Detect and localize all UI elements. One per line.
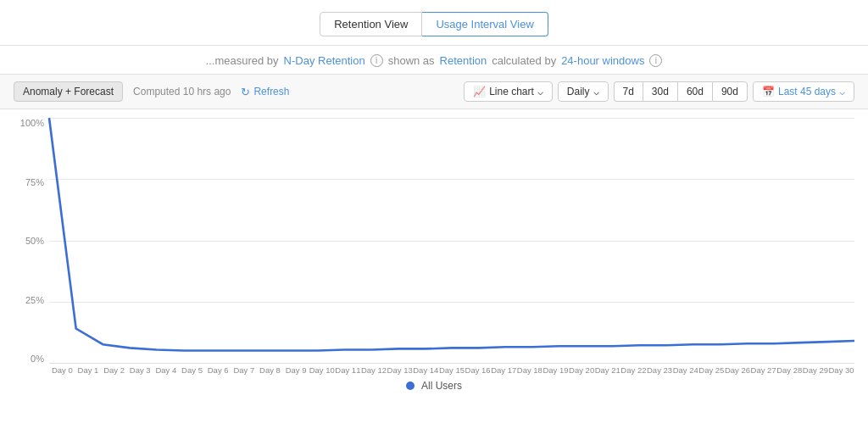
tab-retention-view[interactable]: Retention View — [320, 12, 422, 36]
x-label-day15: Day 15 — [439, 365, 465, 375]
x-label-day25: Day 25 — [698, 365, 725, 375]
x-label-day2: Day 2 — [101, 365, 127, 375]
toolbar-right: 📈 Line chart ⌵ Daily ⌵ 7d 30d 60d 90d 📅 … — [464, 81, 854, 102]
computed-time-text: Computed 10 hrs ago — [133, 86, 231, 98]
period-30d-button[interactable]: 30d — [643, 81, 677, 102]
x-label-day16: Day 16 — [465, 365, 491, 375]
x-label-day9: Day 9 — [283, 365, 309, 375]
period-90d-button[interactable]: 90d — [712, 81, 748, 102]
y-label-50: 50% — [25, 236, 44, 246]
y-label-25: 25% — [25, 295, 44, 305]
x-label-day3: Day 3 — [127, 365, 153, 375]
x-label-day1: Day 1 — [75, 365, 102, 375]
x-label-day4: Day 4 — [153, 365, 180, 375]
x-label-day7: Day 7 — [231, 365, 257, 375]
x-label-day23: Day 23 — [647, 365, 673, 375]
refresh-label: Refresh — [253, 86, 289, 98]
x-label-day21: Day 21 — [594, 365, 620, 375]
windows-link[interactable]: 24-hour windows — [561, 54, 644, 67]
x-label-day14: Day 14 — [413, 365, 439, 375]
daily-chevron: ⌵ — [593, 86, 599, 98]
x-label-day28: Day 28 — [776, 365, 803, 375]
x-label-day19: Day 19 — [542, 365, 569, 375]
chart-line-icon: 📈 — [473, 86, 486, 98]
n-day-retention-link[interactable]: N-Day Retention — [284, 54, 365, 67]
calendar-icon: 📅 — [762, 86, 775, 98]
x-label-day10: Day 10 — [309, 365, 335, 375]
x-label-day11: Day 11 — [335, 365, 361, 375]
x-label-day29: Day 29 — [803, 365, 829, 375]
y-label-100: 100% — [20, 118, 44, 128]
windows-info-icon[interactable]: i — [649, 54, 662, 67]
n-day-info-icon[interactable]: i — [370, 54, 383, 67]
period-button-group: 7d 30d 60d 90d — [614, 81, 748, 102]
x-label-day12: Day 12 — [361, 365, 387, 375]
chart-type-label: Line chart — [489, 86, 534, 98]
legend-label-all-users: All Users — [421, 380, 462, 392]
legend-dot-all-users — [406, 382, 415, 390]
x-label-day20: Day 20 — [569, 365, 595, 375]
anomaly-forecast-badge: Anomaly + Forecast — [14, 81, 123, 102]
chart-toolbar: Anomaly + Forecast Computed 10 hrs ago ↻… — [0, 74, 868, 109]
x-axis: Day 0 Day 1 Day 2 Day 3 Day 4 Day 5 Day … — [0, 364, 868, 375]
period-60d-button[interactable]: 60d — [677, 81, 712, 102]
daily-label: Daily — [567, 86, 590, 98]
chart-plot-area — [49, 118, 854, 364]
x-label-day24: Day 24 — [672, 365, 698, 375]
calculated-by-label: calculated by — [492, 54, 556, 67]
x-label-day17: Day 17 — [491, 365, 517, 375]
subtitle-bar: ...measured by N-Day Retention i shown a… — [0, 46, 868, 74]
date-range-chevron: ⌵ — [839, 86, 845, 98]
date-range-label: Last 45 days — [778, 86, 836, 98]
y-axis: 100% 75% 50% 25% 0% — [14, 118, 49, 364]
chart-legend: All Users — [0, 375, 868, 400]
chart-type-chevron: ⌵ — [537, 86, 543, 98]
x-label-day5: Day 5 — [179, 365, 205, 375]
refresh-icon: ↻ — [241, 86, 250, 98]
period-7d-button[interactable]: 7d — [614, 81, 643, 102]
y-label-0: 0% — [31, 354, 44, 364]
x-label-day6: Day 6 — [205, 365, 231, 375]
x-label-day0: Day 0 — [49, 365, 75, 375]
tab-usage-interval-view[interactable]: Usage Interval View — [422, 12, 548, 36]
x-label-day13: Day 13 — [387, 365, 413, 375]
daily-period-button[interactable]: Daily ⌵ — [558, 81, 609, 102]
y-label-75: 75% — [25, 177, 44, 187]
x-label-day26: Day 26 — [725, 365, 751, 375]
refresh-button[interactable]: ↻ Refresh — [241, 86, 289, 98]
retention-link[interactable]: Retention — [440, 54, 487, 67]
measured-by-label: ...measured by — [206, 54, 279, 67]
x-label-day22: Day 22 — [620, 365, 647, 375]
x-label-day8: Day 8 — [257, 365, 283, 375]
chart-type-button[interactable]: 📈 Line chart ⌵ — [464, 81, 553, 102]
x-label-day27: Day 27 — [750, 365, 776, 375]
shown-as-label: shown as — [388, 54, 435, 67]
x-label-day30: Day 30 — [828, 365, 854, 375]
date-range-button[interactable]: 📅 Last 45 days ⌵ — [753, 81, 854, 102]
view-tabs: Retention View Usage Interval View — [0, 0, 868, 46]
retention-chart — [49, 118, 854, 364]
x-label-day18: Day 18 — [517, 365, 543, 375]
